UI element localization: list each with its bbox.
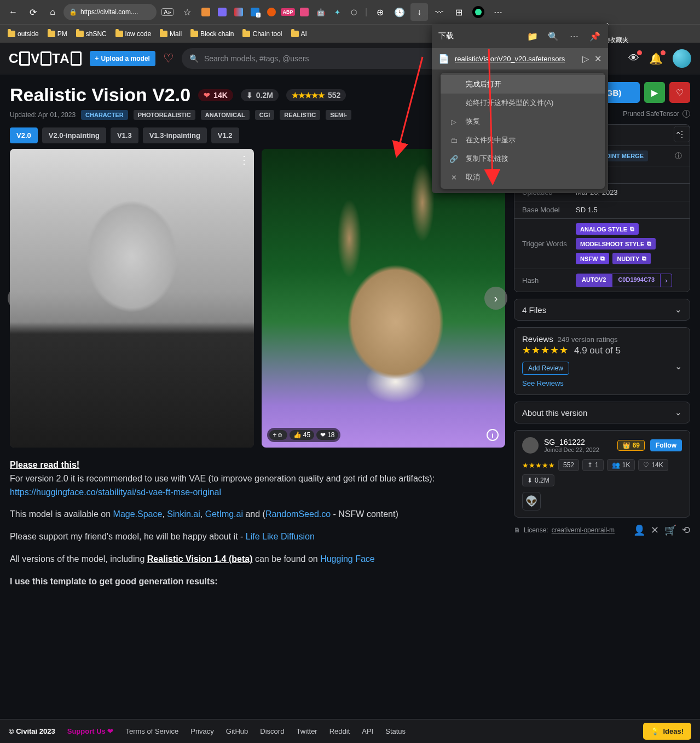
copy-icon[interactable]: ⧉ xyxy=(600,255,605,262)
copy-icon[interactable]: ⧉ xyxy=(647,240,651,247)
footer-link[interactable]: Status xyxy=(385,727,406,735)
bookmark-item[interactable]: Chain tool xyxy=(239,28,285,40)
favorite-button[interactable]: ♡ xyxy=(669,82,690,103)
upload-button[interactable]: +Upload a model xyxy=(90,51,155,66)
ext-icon[interactable] xyxy=(215,4,230,20)
bookmark-item[interactable]: Mail xyxy=(157,28,185,40)
version-tab[interactable]: V1.2 xyxy=(211,127,239,143)
logo[interactable]: CVTA xyxy=(9,50,82,67)
search-icon[interactable]: 🔍 xyxy=(547,30,560,43)
reaction[interactable]: 👍45 xyxy=(290,430,314,440)
likes-pill[interactable]: ❤14K xyxy=(198,89,233,101)
menu-open-when-done[interactable]: 完成后打开 xyxy=(441,75,605,94)
ext-icon[interactable] xyxy=(198,4,213,20)
ext-icon[interactable]: 🤖 xyxy=(313,4,328,20)
reaction[interactable]: 😢2 xyxy=(115,430,137,440)
ext-icon[interactable]: ✦ xyxy=(329,4,345,20)
reaction-add[interactable]: +☺ xyxy=(269,430,287,440)
menu-cancel[interactable]: ✕取消 xyxy=(441,168,605,187)
gallery-image[interactable]: ⋮ 👍80 👎2 ❤40 😂2 😢2 i xyxy=(10,149,254,448)
ext-adblock-icon[interactable]: ABP xyxy=(280,4,296,20)
bookmark-item[interactable]: shSNC xyxy=(73,28,110,40)
copy-icon[interactable]: ⧉ xyxy=(630,225,634,233)
play-icon[interactable]: ▷ xyxy=(582,54,589,64)
ideas-button[interactable]: 💡Ideas! xyxy=(643,723,691,740)
favorites-icon[interactable]: ♡ xyxy=(163,51,174,66)
bookmark-item[interactable]: PM xyxy=(44,28,71,40)
ext-icon[interactable]: 1 xyxy=(247,4,263,20)
info-icon[interactable]: i xyxy=(682,110,690,118)
follow-button[interactable]: Follow xyxy=(650,439,682,451)
more-icon[interactable]: ⋯ xyxy=(568,30,581,43)
reaction[interactable]: 😂2 xyxy=(92,430,113,440)
link-sinkin[interactable]: Sinkin.ai xyxy=(167,509,200,519)
trigger-word[interactable]: NSFW⧉ xyxy=(576,253,609,264)
footer-link[interactable]: GitHub xyxy=(226,727,248,735)
version-tab[interactable]: V1.3-inpainting xyxy=(143,127,207,143)
trigger-word[interactable]: MODELSHOOT STYLE⧉ xyxy=(576,238,656,249)
link-randomseed[interactable]: RandomSeed.co xyxy=(265,509,331,519)
open-folder-icon[interactable]: 📁 xyxy=(526,30,539,43)
trigger-word[interactable]: ANALOG STYLE⧉ xyxy=(576,223,639,235)
ext-icon[interactable] xyxy=(297,4,312,20)
collections-icon[interactable]: ⊕ xyxy=(371,3,389,21)
reddit-link[interactable]: 👽 xyxy=(522,492,541,510)
extensions-menu-icon[interactable]: ⬡ xyxy=(346,4,361,20)
footer-link[interactable]: Discord xyxy=(260,727,284,735)
hash-type[interactable]: AUTOV2 xyxy=(576,274,612,287)
add-review-button[interactable]: Add Review xyxy=(522,362,569,375)
author-avatar[interactable] xyxy=(522,437,539,454)
info-icon[interactable]: ⓘ xyxy=(675,151,682,161)
read-aloud-icon[interactable]: A» xyxy=(159,3,176,21)
author-name[interactable]: SG_161222 xyxy=(544,438,612,446)
run-button[interactable]: ▶ xyxy=(644,82,665,103)
chevron-right-icon[interactable]: › xyxy=(661,274,672,287)
refresh-button[interactable]: ⟳ xyxy=(24,3,42,21)
link-hf[interactable]: Hugging Face xyxy=(320,554,375,564)
menu-always-open-type[interactable]: 始终打开这种类型的文件(A) xyxy=(441,94,605,112)
footer-link[interactable]: Twitter xyxy=(296,727,317,735)
ext-icon[interactable] xyxy=(264,4,279,20)
vae-link[interactable]: https://huggingface.co/stabilityai/sd-va… xyxy=(10,487,221,497)
trigger-word[interactable]: NUDITY⧉ xyxy=(612,253,651,264)
about-panel[interactable]: About this version⌄ xyxy=(514,402,690,423)
bookmark-item[interactable]: Block chain xyxy=(187,28,237,40)
image-menu-icon[interactable]: ⋮ xyxy=(239,153,250,166)
nsfw-toggle-icon[interactable]: 👁 xyxy=(628,52,639,65)
model-tag[interactable]: CGI xyxy=(255,110,275,120)
more-icon[interactable]: ⋯ xyxy=(489,3,507,21)
reaction[interactable]: ❤40 xyxy=(68,430,90,440)
files-panel[interactable]: 4 Files⌄ xyxy=(514,299,690,321)
profile-icon[interactable] xyxy=(470,3,487,21)
footer-link[interactable]: Terms of Service xyxy=(125,727,178,735)
link-mage[interactable]: Mage.Space xyxy=(113,509,163,519)
chevron-down-icon[interactable]: ⌄ xyxy=(675,361,682,372)
menu-resume[interactable]: ▷恢复 xyxy=(441,112,605,131)
version-tab[interactable]: V2.0 xyxy=(10,127,38,143)
home-button[interactable]: ⌂ xyxy=(44,3,61,21)
footer-link[interactable]: Reddit xyxy=(329,727,350,735)
favorite-icon[interactable]: ☆ xyxy=(178,3,196,21)
support-link[interactable]: Support Us ❤ xyxy=(67,727,114,735)
menu-show-in-folder[interactable]: 🗀在文件夹中显示 xyxy=(441,131,605,149)
copy-icon[interactable]: ⧉ xyxy=(642,255,646,262)
close-icon[interactable]: ✕ xyxy=(594,54,601,64)
back-button[interactable]: ← xyxy=(4,3,22,21)
model-tag[interactable]: REALISTIC xyxy=(280,110,320,120)
version-tab[interactable]: V1.3 xyxy=(111,127,138,143)
ext-icon[interactable] xyxy=(231,4,246,20)
link-lld[interactable]: Life Like Diffusion xyxy=(246,532,315,541)
address-bar[interactable]: 🔒 https://civitai.com.... xyxy=(63,4,157,20)
link-getimg[interactable]: GetImg.ai xyxy=(205,509,243,519)
model-tag[interactable]: CHARACTER xyxy=(81,110,128,120)
footer-link[interactable]: API xyxy=(362,727,373,735)
gallery-image[interactable]: ⋮ +☺ 👍45 ❤18 i xyxy=(262,149,506,448)
footer-link[interactable]: Privacy xyxy=(190,727,214,735)
rv14-link[interactable]: Realistic Vision 1.4 (beta) xyxy=(147,554,253,564)
reaction[interactable]: 👍80 xyxy=(18,430,42,440)
info-icon[interactable]: i xyxy=(235,429,247,441)
reaction[interactable]: ❤18 xyxy=(316,430,338,440)
gallery-next-button[interactable]: › xyxy=(484,287,507,310)
version-tab[interactable]: V2.0-inpainting xyxy=(42,127,106,143)
pin-icon[interactable]: 📌 xyxy=(588,30,601,43)
